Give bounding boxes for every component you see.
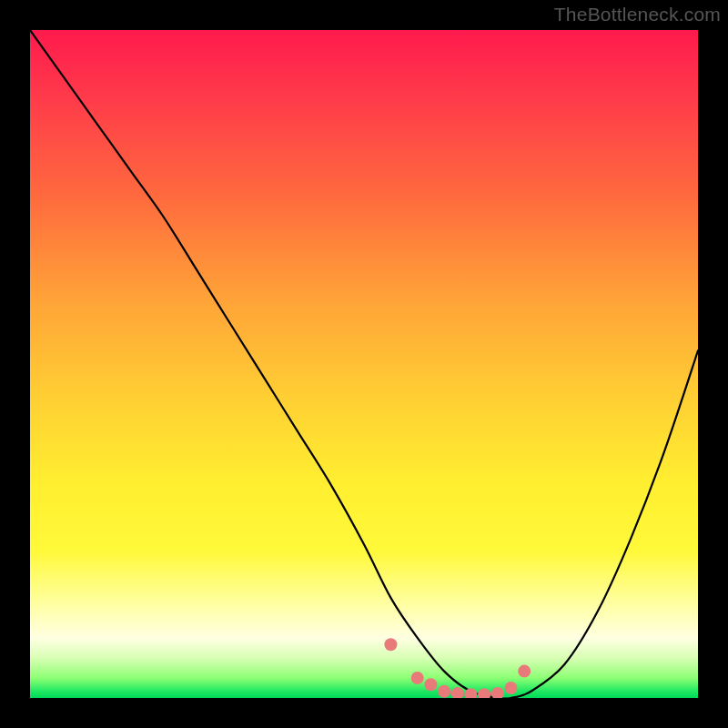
highlight-dot [505, 682, 518, 694]
bottleneck-curve [30, 30, 698, 698]
plot-area [30, 30, 698, 698]
highlight-dot [384, 638, 397, 651]
highlight-dot [478, 688, 490, 698]
highlight-dot [411, 672, 424, 684]
watermark-text: TheBottleneck.com [554, 4, 721, 25]
highlight-dot [491, 687, 504, 698]
chart-frame: TheBottleneck.com [0, 0, 728, 728]
highlight-dot [518, 665, 531, 678]
curve-layer [30, 30, 698, 698]
highlight-dot [451, 687, 464, 698]
highlight-dots [384, 638, 531, 698]
highlight-dot [424, 678, 437, 691]
highlight-dot [438, 685, 450, 698]
